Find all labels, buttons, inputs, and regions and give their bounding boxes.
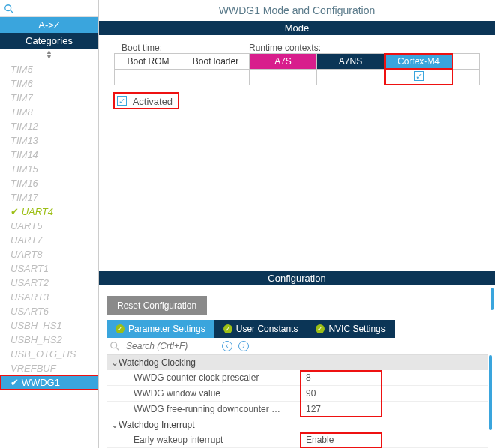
col-cortex-m4: Cortex-M4 bbox=[385, 54, 452, 69]
main-panel: WWDG1 Mode and Configuration Mode Boot t… bbox=[99, 0, 495, 448]
check-icon: ✓ bbox=[414, 71, 424, 81]
param-row[interactable]: WWDG counter clock prescaler 8 bbox=[106, 370, 488, 386]
param-row[interactable]: Early wakeup interrupt Enable bbox=[106, 432, 488, 448]
reset-configuration-button[interactable]: Reset Configuration bbox=[106, 296, 207, 315]
tab-nvic-settings[interactable]: ✓NVIC Settings bbox=[307, 320, 394, 338]
periph-tim8[interactable]: TIM8 bbox=[10, 105, 98, 119]
check-icon: ✓ bbox=[116, 324, 124, 333]
activated-label: Activated bbox=[133, 96, 172, 107]
periph-usart6[interactable]: USART6 bbox=[10, 304, 98, 318]
chevron-down-icon: ⌄ bbox=[111, 420, 118, 430]
periph-tim15[interactable]: TIM15 bbox=[10, 162, 98, 176]
page-title: WWDG1 Mode and Configuration bbox=[99, 0, 495, 21]
tab-label: User Constants bbox=[236, 324, 298, 334]
sidebar-search-input[interactable] bbox=[17, 3, 70, 13]
param-search-input[interactable] bbox=[126, 341, 216, 351]
group-label: Watchdog Interrupt bbox=[118, 420, 195, 430]
periph-usbh-hs1[interactable]: USBH_HS1 bbox=[10, 318, 98, 333]
param-val[interactable]: Enable bbox=[302, 432, 488, 447]
search-icon bbox=[110, 341, 120, 351]
configuration-header: Configuration bbox=[99, 271, 495, 285]
param-key: Early wakeup interrupt bbox=[106, 432, 302, 447]
scrollbar-indicator[interactable] bbox=[490, 288, 494, 310]
tab-label: Parameter Settings bbox=[128, 324, 206, 334]
periph-tim14[interactable]: TIM14 bbox=[10, 148, 98, 162]
mode-body: Boot time: Runtime contexts: Boot ROM Bo… bbox=[99, 35, 495, 116]
periph-uart8[interactable]: UART8 bbox=[10, 247, 98, 261]
svg-point-0 bbox=[5, 4, 11, 10]
check-icon: ✓ bbox=[224, 324, 232, 333]
periph-tim12[interactable]: TIM12 bbox=[10, 119, 98, 133]
svg-line-3 bbox=[116, 348, 119, 351]
periph-tim7[interactable]: TIM7 bbox=[10, 91, 98, 105]
group-label: Watchdog Clocking bbox=[118, 357, 196, 368]
scrollbar-indicator[interactable] bbox=[489, 355, 492, 430]
tab-label: NVIC Settings bbox=[328, 324, 385, 334]
categories-tab[interactable]: Categories bbox=[0, 33, 98, 49]
configuration-body: Reset Configuration ✓Parameter Settings … bbox=[99, 285, 495, 448]
sidebar-search[interactable] bbox=[0, 0, 98, 17]
check-a7s[interactable] bbox=[250, 70, 317, 85]
next-match-button[interactable]: › bbox=[238, 341, 249, 351]
param-tree: ⌄Watchdog Clocking WWDG counter clock pr… bbox=[106, 355, 488, 448]
check-boot-loader[interactable] bbox=[182, 70, 250, 85]
periph-usart3[interactable]: USART3 bbox=[10, 290, 98, 304]
sort-az-tab[interactable]: A->Z bbox=[0, 17, 98, 33]
periph-usart2[interactable]: USART2 bbox=[10, 276, 98, 290]
col-a7ns: A7NS bbox=[317, 54, 385, 69]
periph-tim16[interactable]: TIM16 bbox=[10, 176, 98, 190]
param-key: WWDG free-running downcounter … bbox=[106, 402, 302, 417]
col-boot-rom: Boot ROM bbox=[115, 54, 182, 69]
group-watchdog-clocking[interactable]: ⌄Watchdog Clocking bbox=[106, 355, 488, 370]
param-val[interactable]: 8 bbox=[302, 370, 488, 385]
svg-line-1 bbox=[10, 10, 14, 13]
param-row[interactable]: WWDG free-running downcounter … 127 bbox=[106, 402, 488, 417]
param-key: WWDG counter clock prescaler bbox=[106, 370, 302, 385]
tab-user-constants[interactable]: ✓User Constants bbox=[214, 320, 308, 338]
periph-uart7[interactable]: UART7 bbox=[10, 233, 98, 247]
check-cortex-m4[interactable]: ✓ bbox=[385, 70, 452, 85]
check-boot-rom[interactable] bbox=[115, 70, 182, 85]
mode-header: Mode bbox=[99, 21, 495, 35]
activated-row: ✓ Activated bbox=[114, 93, 178, 109]
periph-tim17[interactable]: TIM17 bbox=[10, 190, 98, 205]
periph-tim6[interactable]: TIM6 bbox=[10, 76, 98, 91]
periph-uart4[interactable]: UART4 bbox=[10, 205, 98, 219]
periph-usb-otg-hs[interactable]: USB_OTG_HS bbox=[10, 347, 98, 361]
param-val[interactable]: 90 bbox=[302, 386, 488, 401]
prev-match-button[interactable]: ‹ bbox=[222, 341, 232, 351]
group-watchdog-interrupt[interactable]: ⌄Watchdog Interrupt bbox=[106, 417, 488, 432]
activated-checkbox[interactable]: ✓ bbox=[117, 96, 127, 106]
param-key: WWDG window value bbox=[106, 386, 302, 401]
runtime-contexts-label: Runtime contexts: bbox=[249, 43, 480, 53]
periph-tim5[interactable]: TIM5 bbox=[10, 62, 98, 76]
boot-time-label: Boot time: bbox=[114, 43, 249, 53]
periph-tim13[interactable]: TIM13 bbox=[10, 133, 98, 148]
periph-vrefbuf[interactable]: VREFBUF bbox=[10, 361, 98, 375]
periph-wwdg1[interactable]: WWDG1 bbox=[0, 375, 98, 390]
periph-uart5[interactable]: UART5 bbox=[10, 219, 98, 233]
sidebar: A->Z Categories ▲▼ TIM5 TIM6 TIM7 TIM8 T… bbox=[0, 0, 99, 448]
param-toolbar: ‹ › bbox=[106, 338, 488, 355]
param-row[interactable]: WWDG window value 90 bbox=[106, 386, 488, 402]
tab-parameter-settings[interactable]: ✓Parameter Settings bbox=[106, 320, 214, 338]
col-a7s: A7S bbox=[250, 54, 317, 69]
periph-usbh-hs2[interactable]: USBH_HS2 bbox=[10, 333, 98, 347]
config-tabs: ✓Parameter Settings ✓User Constants ✓NVI… bbox=[106, 320, 488, 338]
expand-icon[interactable]: ▲▼ bbox=[0, 49, 98, 61]
col-boot-loader: Boot loader bbox=[182, 54, 250, 69]
periph-usart1[interactable]: USART1 bbox=[10, 261, 98, 276]
context-table: Boot ROM Boot loader A7S A7NS Cortex-M4 bbox=[114, 53, 480, 70]
check-icon: ✓ bbox=[316, 324, 325, 333]
param-val[interactable]: 127 bbox=[302, 402, 488, 417]
chevron-down-icon: ⌄ bbox=[111, 357, 118, 368]
peripheral-list: TIM5 TIM6 TIM7 TIM8 TIM12 TIM13 TIM14 TI… bbox=[0, 61, 98, 448]
search-icon bbox=[4, 4, 14, 14]
svg-point-2 bbox=[111, 342, 117, 348]
context-check-row: ✓ bbox=[114, 70, 480, 85]
check-a7ns[interactable] bbox=[317, 70, 385, 85]
